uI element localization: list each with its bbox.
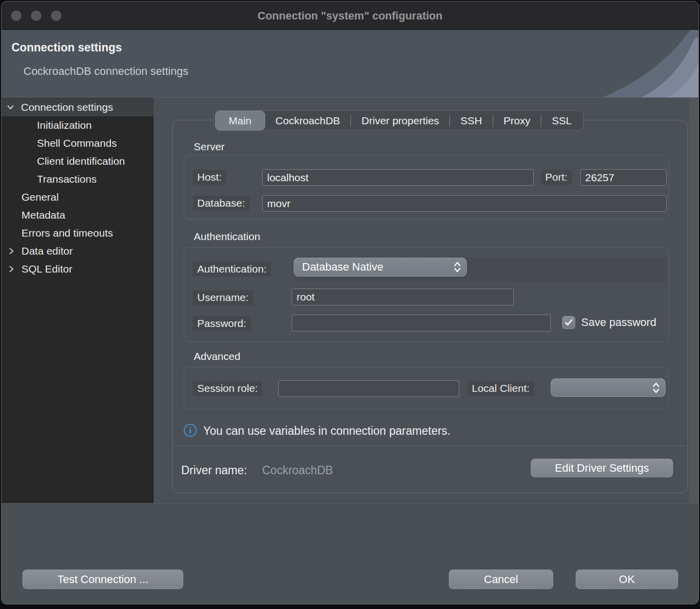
dialog-header: Connection settings CockroachDB connecti…	[1, 30, 699, 98]
tree-item-transactions[interactable]: Transactions	[1, 170, 154, 188]
page-title: Connection settings	[11, 41, 122, 54]
ok-button[interactable]: OK	[576, 570, 678, 589]
host-label: Host:	[193, 170, 226, 185]
updown-chevrons-icon	[652, 381, 660, 394]
edit-driver-settings-button[interactable]: Edit Driver Settings	[531, 459, 673, 477]
tab-driver-properties[interactable]: Driver properties	[351, 111, 449, 130]
host-input[interactable]	[262, 169, 534, 186]
tree-item-errors-and-timeouts[interactable]: Errors and timeouts	[1, 224, 154, 242]
tree-item-shell-commands[interactable]: Shell Commands	[1, 134, 154, 152]
separator	[172, 446, 688, 446]
updown-chevrons-icon	[453, 261, 461, 274]
checkmark-icon	[564, 318, 573, 327]
session-role-label: Session role:	[193, 381, 262, 396]
cancel-button[interactable]: Cancel	[449, 570, 553, 589]
driver-name-label: Driver name:	[181, 464, 247, 477]
username-input[interactable]	[292, 289, 514, 305]
local-client-label: Local Client:	[467, 381, 534, 396]
database-input[interactable]	[262, 195, 667, 212]
decorative-swoosh	[584, 30, 699, 97]
server-section-title: Server	[194, 141, 225, 153]
dialog-footer: Test Connection ... Cancel OK	[1, 503, 699, 605]
chevron-right-icon	[7, 265, 15, 273]
tab-bar: Main CockroachDB Driver properties SSH P…	[214, 110, 584, 131]
username-label: Username:	[193, 290, 253, 305]
tab-proxy[interactable]: Proxy	[493, 111, 541, 130]
save-password-checkbox[interactable]	[562, 316, 575, 329]
page-subtitle: CockroachDB connection settings	[23, 65, 188, 78]
tab-cockroachdb[interactable]: CockroachDB	[265, 111, 351, 130]
window-title: Connection "system" configuration	[1, 1, 699, 30]
advanced-section-title: Advanced	[194, 350, 240, 362]
save-password-label: Save password	[581, 316, 656, 328]
info-icon: i	[184, 424, 197, 437]
database-label: Database:	[193, 196, 250, 211]
local-client-select[interactable]	[551, 378, 666, 397]
password-label: Password:	[193, 316, 251, 331]
main-content: Main CockroachDB Driver properties SSH P…	[156, 98, 699, 503]
tree-item-sql-editor[interactable]: SQL Editor	[1, 260, 154, 278]
tree-item-connection-settings[interactable]: Connection settings	[1, 98, 154, 116]
tree-item-initialization[interactable]: Initialization	[1, 116, 154, 134]
test-connection-button[interactable]: Test Connection ...	[22, 570, 183, 589]
tab-ssl[interactable]: SSL	[541, 111, 582, 130]
tree-item-data-editor[interactable]: Data editor	[1, 242, 154, 260]
tree-item-metadata[interactable]: Metadata	[1, 206, 154, 224]
authentication-select[interactable]: Database Native	[294, 258, 467, 277]
tree-item-general[interactable]: General	[1, 188, 154, 206]
port-input[interactable]	[580, 169, 667, 186]
port-label: Port:	[541, 170, 572, 185]
password-input[interactable]	[292, 314, 551, 331]
driver-name-value: CockroachDB	[262, 464, 333, 477]
settings-tree: Connection settings Initialization Shell…	[1, 98, 155, 503]
right-gutter	[689, 98, 699, 503]
tree-item-client-identification[interactable]: Client identification	[1, 152, 154, 170]
title-bar: Connection "system" configuration	[1, 1, 699, 30]
connection-config-dialog: Connection "system" configuration Connec…	[1, 1, 699, 605]
info-text: You can use variables in connection para…	[203, 424, 450, 438]
authentication-section-title: Authentication	[194, 231, 260, 243]
authentication-label: Authentication:	[193, 262, 271, 277]
session-role-input[interactable]	[278, 380, 459, 397]
tab-ssh[interactable]: SSH	[450, 111, 492, 130]
tab-main[interactable]: Main	[215, 111, 265, 130]
chevron-down-icon	[6, 103, 14, 111]
chevron-right-icon	[7, 247, 15, 255]
